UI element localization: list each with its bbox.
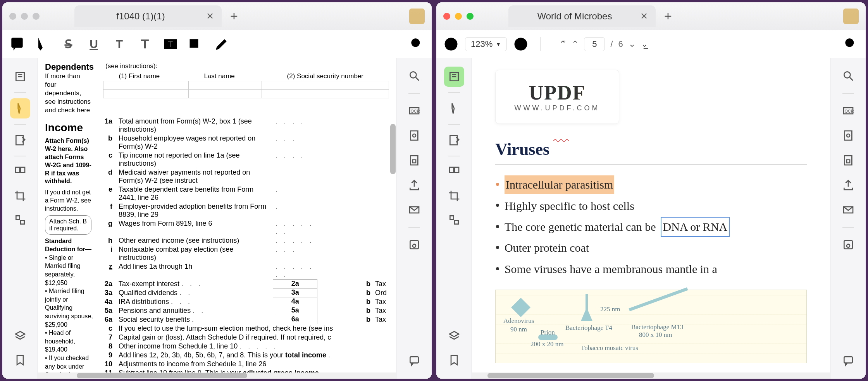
- document-content[interactable]: Dependents If more than four dependents,…: [38, 58, 396, 372]
- search-button[interactable]: [404, 67, 424, 85]
- traffic-lights: [443, 13, 474, 20]
- add-tab-button[interactable]: +: [664, 9, 672, 24]
- min-dot[interactable]: [21, 13, 28, 20]
- last-page-button[interactable]: ⌄̲: [641, 39, 648, 49]
- share-button[interactable]: [404, 176, 424, 194]
- annotate-mode-button[interactable]: [444, 98, 464, 118]
- income-table: 1aTotal amount from Form(s) W-2, box 1 (…: [101, 117, 389, 372]
- separator: [14, 156, 26, 156]
- save-button[interactable]: [404, 235, 424, 254]
- highlighter-icon[interactable]: [34, 36, 51, 53]
- chat-button[interactable]: [404, 352, 424, 370]
- prev-page-button[interactable]: ⌃: [572, 39, 579, 49]
- boxed-annotation: DNA or RNA: [661, 217, 730, 237]
- page-title: Viruses: [495, 140, 549, 159]
- svg-point-19: [413, 244, 416, 247]
- svg-rect-35: [847, 160, 850, 163]
- svg-rect-8: [21, 167, 25, 172]
- mail-button[interactable]: [838, 201, 858, 219]
- convert-button[interactable]: [404, 126, 424, 145]
- traffic-lights: [9, 13, 40, 20]
- layers-button[interactable]: [10, 326, 30, 346]
- svg-rect-7: [16, 167, 20, 172]
- underline-icon[interactable]: U: [85, 36, 102, 53]
- bookmark-button[interactable]: [10, 350, 30, 370]
- textbox-icon[interactable]: T: [162, 36, 179, 53]
- strikethrough-icon[interactable]: S̶: [60, 36, 77, 53]
- redact-mode-button[interactable]: [444, 210, 464, 230]
- ocr-button[interactable]: OCR: [404, 101, 424, 120]
- edit-mode-button[interactable]: [444, 130, 464, 150]
- note-icon[interactable]: [9, 36, 26, 53]
- next-page-button[interactable]: ⌄: [629, 39, 636, 49]
- close-dot[interactable]: [9, 13, 16, 20]
- tab[interactable]: World of Microbes ✕: [508, 5, 656, 27]
- crop-mode-button[interactable]: [10, 186, 30, 206]
- first-page-button[interactable]: ⌃̄: [559, 39, 566, 49]
- share-button[interactable]: [838, 176, 858, 194]
- max-dot[interactable]: [33, 13, 40, 20]
- svg-text:T: T: [168, 39, 173, 49]
- right-sidebar-r: OCR: [830, 58, 866, 379]
- chat-button[interactable]: [838, 352, 858, 370]
- vertical-scrollbar[interactable]: [390, 124, 396, 174]
- max-dot[interactable]: [467, 13, 474, 20]
- search-button[interactable]: [838, 67, 858, 85]
- svg-rect-33: [844, 131, 852, 140]
- window-left: f1040 (1)(1) ✕ + S̶ U T T T: [2, 2, 432, 379]
- add-tab-button[interactable]: +: [230, 9, 238, 24]
- zoom-value[interactable]: 123% ▼: [465, 37, 507, 51]
- zoom-out-button[interactable]: [443, 36, 460, 53]
- reader-mode-button[interactable]: [10, 67, 30, 87]
- tab-title: World of Microbes: [516, 11, 633, 22]
- crop-mode-button[interactable]: [444, 186, 464, 206]
- close-icon[interactable]: ✕: [206, 11, 214, 22]
- reader-mode-button[interactable]: [444, 67, 464, 87]
- svg-point-21: [445, 38, 458, 50]
- squiggly-icon[interactable]: T: [111, 36, 128, 53]
- scribble-annotation: 〰: [553, 132, 569, 151]
- pencil-icon[interactable]: [213, 36, 230, 53]
- page-total: 6: [618, 39, 623, 49]
- svg-text:OCR: OCR: [844, 109, 854, 113]
- redact-mode-button[interactable]: [10, 210, 30, 230]
- svg-text:OCR: OCR: [410, 109, 420, 113]
- layers-button[interactable]: [444, 326, 464, 346]
- list-item: Some viruses have a membranous mantle in…: [495, 259, 807, 280]
- mail-button[interactable]: [404, 201, 424, 219]
- tab[interactable]: f1040 (1)(1) ✕: [74, 5, 222, 27]
- close-dot[interactable]: [443, 13, 450, 20]
- zoom-in-button[interactable]: [512, 36, 529, 53]
- convert-button[interactable]: [838, 126, 858, 145]
- bookmark-button[interactable]: [444, 350, 464, 370]
- svg-point-4: [411, 38, 420, 47]
- annotate-mode-button[interactable]: [10, 98, 30, 118]
- left-sidebar-r: [436, 58, 472, 379]
- svg-point-30: [844, 72, 850, 78]
- search-icon[interactable]: [408, 36, 425, 53]
- search-icon[interactable]: [842, 36, 859, 53]
- dependents-instr: (see instructions):: [105, 62, 157, 70]
- protect-button[interactable]: [404, 151, 424, 170]
- horizontal-scrollbar[interactable]: [38, 372, 396, 379]
- organize-mode-button[interactable]: [10, 162, 30, 182]
- workspace-left: Dependents If more than four dependents,…: [2, 58, 432, 379]
- protect-button[interactable]: [838, 151, 858, 170]
- page-current[interactable]: 5: [584, 37, 605, 51]
- svg-rect-14: [410, 131, 418, 140]
- bullet-list: Intracellular parasitism Highly specific…: [495, 174, 807, 280]
- document-content-r[interactable]: UPDF WWW.UPDF.COM Viruses 〰 Intracellula…: [472, 58, 830, 372]
- ocr-button[interactable]: OCR: [838, 101, 858, 120]
- annotate-toolbar: S̶ U T T T: [2, 30, 432, 58]
- col-ssn: (2) Social security number: [262, 72, 389, 81]
- income-header: Income: [45, 122, 95, 134]
- edit-mode-button[interactable]: [10, 130, 30, 150]
- save-button[interactable]: [838, 235, 858, 254]
- callout-icon[interactable]: [188, 36, 205, 53]
- window-right: World of Microbes ✕ + 123% ▼ ⌃̄ ⌃ 5 / 6 …: [436, 2, 866, 379]
- min-dot[interactable]: [455, 13, 462, 20]
- organize-mode-button[interactable]: [444, 162, 464, 182]
- horizontal-scrollbar[interactable]: [472, 372, 830, 379]
- close-icon[interactable]: ✕: [640, 11, 648, 22]
- text-icon[interactable]: T: [136, 36, 153, 53]
